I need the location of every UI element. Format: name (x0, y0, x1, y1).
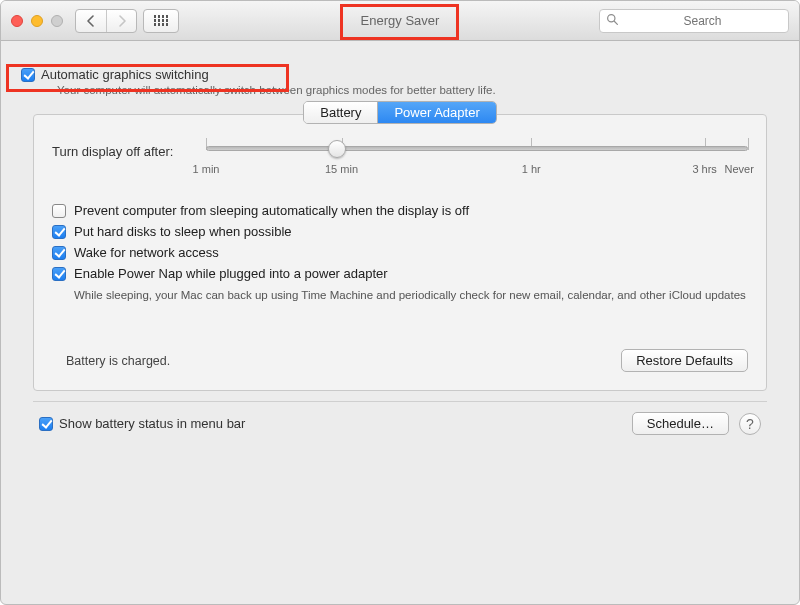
nav-buttons (75, 9, 137, 33)
show-all-button[interactable] (143, 9, 179, 33)
battery-status-text: Battery is charged. (66, 354, 170, 368)
svg-point-0 (608, 14, 615, 21)
grid-icon (154, 15, 169, 26)
menu-bar-status-checkbox[interactable] (39, 417, 53, 431)
traffic-lights (11, 15, 63, 27)
zoom-icon (51, 15, 63, 27)
display-sleep-label: Turn display off after: (52, 142, 192, 159)
divider (33, 401, 767, 402)
auto-graphics-subtext: Your computer will automatically switch … (57, 84, 783, 96)
back-button[interactable] (76, 10, 106, 32)
hard-disks-checkbox[interactable] (52, 225, 66, 239)
minimize-icon[interactable] (31, 15, 43, 27)
tick-3hrs: 3 hrs (692, 163, 716, 175)
hard-disks-label: Put hard disks to sleep when possible (74, 224, 292, 239)
slider-thumb-icon[interactable] (328, 140, 346, 158)
menu-bar-status-label: Show battery status in menu bar (59, 416, 245, 431)
wake-network-checkbox[interactable] (52, 246, 66, 260)
energy-saver-window: Energy Saver Automatic graphics switchin… (0, 0, 800, 605)
search-icon (606, 13, 619, 29)
power-nap-subtext: While sleeping, your Mac can back up usi… (74, 287, 748, 303)
tick-never: Never (725, 163, 754, 175)
prevent-sleep-label: Prevent computer from sleeping automatic… (74, 203, 469, 218)
tab-battery[interactable]: Battery (304, 102, 377, 123)
tab-power-adapter[interactable]: Power Adapter (377, 102, 495, 123)
help-button[interactable]: ? (739, 413, 761, 435)
prevent-sleep-checkbox[interactable] (52, 204, 66, 218)
schedule-button[interactable]: Schedule… (632, 412, 729, 435)
tick-15min: 15 min (325, 163, 358, 175)
svg-line-1 (614, 21, 617, 24)
settings-panel: Battery Power Adapter Turn display off a… (33, 114, 767, 391)
power-nap-label: Enable Power Nap while plugged into a po… (74, 266, 388, 281)
power-source-tabs: Battery Power Adapter (52, 101, 748, 124)
close-icon[interactable] (11, 15, 23, 27)
content-area: Automatic graphics switching Your comput… (1, 41, 799, 459)
titlebar: Energy Saver (1, 1, 799, 41)
auto-graphics-checkbox[interactable] (21, 68, 35, 82)
display-sleep-slider[interactable]: 1 min 15 min 1 hr 3 hrs Never (206, 142, 748, 179)
wake-network-label: Wake for network access (74, 245, 219, 260)
window-title: Energy Saver (361, 13, 440, 28)
auto-graphics-label: Automatic graphics switching (41, 67, 209, 82)
search-input[interactable] (623, 14, 782, 28)
power-nap-checkbox[interactable] (52, 267, 66, 281)
question-mark-icon: ? (746, 416, 754, 432)
search-field-container (599, 9, 789, 33)
forward-button (106, 10, 136, 32)
restore-defaults-button[interactable]: Restore Defaults (621, 349, 748, 372)
tick-1hr: 1 hr (522, 163, 541, 175)
tick-1min: 1 min (193, 163, 220, 175)
